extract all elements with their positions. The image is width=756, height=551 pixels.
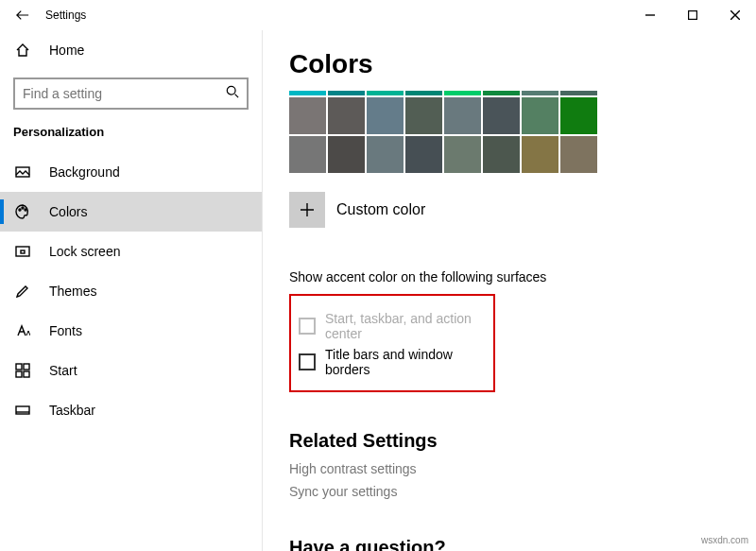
color-preview-strip	[289, 91, 756, 97]
color-swatch[interactable]	[483, 136, 520, 173]
minimize-button[interactable]	[628, 0, 671, 30]
svg-rect-11	[24, 371, 29, 377]
checkbox-label: Start, taskbar, and action center	[325, 311, 486, 341]
taskbar-icon	[13, 401, 32, 420]
color-swatch[interactable]	[328, 136, 365, 173]
nav-fonts[interactable]: Fonts	[0, 311, 262, 351]
svg-rect-7	[21, 250, 25, 253]
svg-point-3	[19, 209, 21, 211]
nav-lockscreen[interactable]: Lock screen	[0, 232, 262, 271]
nav-label: Fonts	[49, 323, 82, 338]
main-content: Colors Custom color Show accent color on…	[263, 30, 756, 551]
nav-label: Taskbar	[49, 403, 95, 418]
color-swatch[interactable]	[289, 136, 326, 173]
close-button[interactable]	[713, 0, 756, 30]
highlight-box: Start, taskbar, and action center Title …	[289, 294, 495, 392]
nav-taskbar[interactable]: Taskbar	[0, 390, 262, 430]
svg-point-1	[227, 86, 235, 95]
checkbox-start-taskbar	[299, 318, 316, 335]
color-swatch[interactable]	[522, 136, 558, 173]
svg-rect-9	[24, 364, 29, 370]
nav-label: Themes	[49, 284, 97, 299]
sidebar: Home Personalization Background Colors L…	[0, 30, 263, 551]
nav-label: Background	[49, 164, 120, 180]
color-swatch[interactable]	[289, 97, 326, 134]
svg-point-5	[25, 209, 26, 211]
color-swatch-row	[289, 136, 756, 175]
related-heading: Related Settings	[289, 430, 756, 452]
color-swatch[interactable]	[405, 136, 442, 173]
color-swatch[interactable]	[405, 97, 442, 134]
nav-label: Colors	[49, 204, 87, 219]
svg-rect-12	[16, 406, 29, 414]
color-swatch	[328, 91, 365, 95]
nav-start[interactable]: Start	[0, 351, 262, 390]
checkbox-label: Title bars and window borders	[325, 347, 486, 377]
back-button[interactable]	[8, 0, 38, 30]
home-icon	[13, 41, 32, 60]
color-swatch[interactable]	[328, 97, 365, 134]
checkbox-titlebars[interactable]	[299, 353, 316, 370]
nav-colors[interactable]: Colors	[0, 192, 262, 232]
color-swatch-row	[289, 97, 756, 136]
color-swatch	[289, 91, 326, 95]
start-icon	[13, 361, 32, 380]
nav-themes[interactable]: Themes	[0, 271, 262, 311]
nav-background[interactable]: Background	[0, 152, 262, 192]
color-swatch	[367, 91, 404, 95]
color-swatch[interactable]	[444, 136, 481, 173]
color-swatch	[483, 91, 520, 95]
svg-rect-8	[16, 364, 22, 370]
link-sync-settings[interactable]: Sync your settings	[289, 484, 756, 499]
color-swatch[interactable]	[483, 97, 520, 134]
custom-color-button[interactable]	[289, 192, 325, 228]
page-heading: Colors	[289, 49, 756, 79]
link-high-contrast[interactable]: High contrast settings	[289, 461, 756, 476]
color-swatch[interactable]	[560, 136, 597, 173]
watermark: wsxdn.com	[701, 535, 748, 545]
palette-icon	[13, 202, 32, 221]
surfaces-heading: Show accent color on the following surfa…	[289, 269, 756, 284]
color-swatch	[444, 91, 481, 95]
color-swatch	[560, 91, 597, 95]
question-heading: Have a question?	[289, 537, 756, 551]
svg-rect-10	[16, 371, 22, 377]
font-icon	[13, 321, 32, 340]
custom-color-label: Custom color	[336, 201, 425, 218]
search-icon	[226, 85, 239, 102]
picture-icon	[13, 163, 32, 181]
brush-icon	[13, 282, 32, 301]
color-swatch	[522, 91, 558, 95]
search-box[interactable]	[13, 77, 249, 110]
svg-rect-6	[16, 247, 29, 256]
color-swatch[interactable]	[560, 97, 597, 134]
svg-point-4	[22, 207, 24, 209]
section-label: Personalization	[0, 112, 262, 152]
nav-home[interactable]: Home	[0, 30, 262, 70]
lock-icon	[13, 242, 32, 261]
maximize-button[interactable]	[671, 0, 713, 30]
color-swatch[interactable]	[367, 136, 404, 173]
color-swatch[interactable]	[367, 97, 404, 134]
nav-home-label: Home	[49, 43, 84, 58]
color-swatch[interactable]	[522, 97, 558, 134]
window-title: Settings	[45, 9, 86, 22]
color-swatch[interactable]	[444, 97, 481, 134]
nav-label: Lock screen	[49, 244, 120, 259]
nav-label: Start	[49, 363, 77, 378]
search-input[interactable]	[23, 86, 226, 101]
color-swatch	[405, 91, 442, 95]
svg-rect-0	[688, 11, 696, 20]
